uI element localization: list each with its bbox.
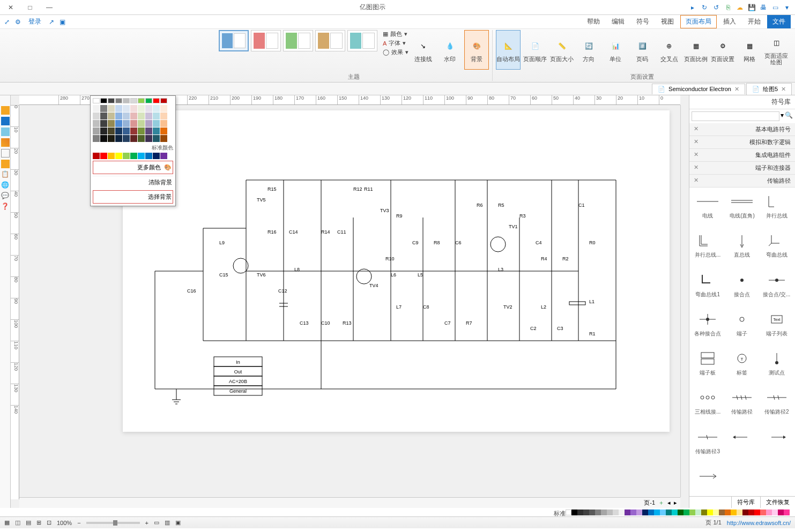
lib-item[interactable]: 传输路径2 [761, 386, 793, 423]
menu-help[interactable]: 帮助 [582, 15, 605, 28]
lib-item[interactable]: 直总线 [726, 229, 758, 266]
page-tab[interactable]: 页-1 [644, 499, 655, 507]
page-tab-nav-icon[interactable]: ▸ [674, 499, 677, 506]
tool-icon[interactable]: 📋 [1, 170, 10, 179]
status-guides-icon[interactable]: ⊡ [47, 519, 51, 526]
page-setup-button[interactable]: ⚙页面设置 [710, 30, 735, 70]
tool-icon[interactable]: 💬 [1, 192, 10, 200]
zoom-out-icon[interactable]: − [77, 520, 80, 526]
lib-item[interactable]: 电线(直角) [726, 190, 758, 227]
theme-preset[interactable] [219, 30, 249, 51]
menu-insert[interactable]: 插入 [718, 15, 741, 28]
vertical-scrollbar[interactable] [680, 105, 689, 497]
lib-item[interactable] [761, 425, 793, 462]
menu-start[interactable]: 开始 [742, 15, 766, 28]
theme-effects-opt[interactable]: ◯效果▾ [383, 48, 408, 56]
library-search-input[interactable] [692, 111, 779, 121]
cloud-icon[interactable]: ☁ [735, 3, 745, 12]
window-minimize-button[interactable]: — [42, 2, 57, 13]
lib-item[interactable]: 并行总线 [761, 190, 793, 227]
lib-item[interactable]: 三相线接... [692, 386, 724, 423]
qat-chevron-icon[interactable]: ▾ [782, 3, 792, 12]
theme-preset[interactable] [347, 30, 377, 51]
lib-item[interactable]: 接合点/交... [761, 268, 793, 305]
zoom-slider[interactable] [86, 522, 140, 524]
menu-file[interactable]: 文件 [767, 15, 791, 28]
status-units-icon[interactable]: ⊞ [36, 519, 41, 526]
library-category[interactable]: 基本电路符号✕ [689, 123, 795, 136]
lib-item[interactable] [692, 464, 724, 494]
cross-point-button[interactable]: ⊕交叉点 [657, 30, 681, 70]
qat-icon[interactable]: ▸ [688, 3, 697, 12]
login-link[interactable]: 登录 [26, 16, 43, 27]
tool-icon[interactable] [1, 117, 10, 125]
window-maximize-button[interactable]: □ [23, 2, 38, 13]
connector-button[interactable]: ↘连接线 [411, 30, 435, 70]
watermark-button[interactable]: 💧水印 [437, 30, 462, 70]
unit-button[interactable]: 📊单位 [603, 30, 628, 70]
close-tab-icon[interactable]: ✕ [734, 86, 739, 93]
lib-item[interactable]: 弯曲总线 [761, 229, 793, 266]
lib-item[interactable]: 各种接合点 [692, 308, 724, 344]
share-icon[interactable]: ↗ [49, 18, 54, 26]
settings-gear-icon[interactable]: ⚙ [15, 18, 21, 26]
doc-tab[interactable]: 📄Semiconductor Electron✕ [652, 84, 745, 94]
page-size-button[interactable]: 📏页面大小 [549, 30, 574, 70]
auto-layout-button[interactable]: 📐自动布局 [496, 30, 521, 70]
lib-item[interactable]: Text端子列表 [761, 308, 793, 344]
qat-icon[interactable]: ⎘ [723, 3, 733, 12]
preview-icon[interactable]: ▭ [770, 3, 780, 12]
lib-item[interactable]: 传输路径 [726, 386, 758, 423]
view-mode-icon[interactable]: ▣ [175, 519, 181, 526]
image-icon[interactable]: ▣ [60, 18, 65, 26]
page-margin-button[interactable]: ▦页面比例 [683, 30, 708, 70]
status-url[interactable]: http://www.edrawsoft.cn/ [727, 520, 791, 526]
tool-icon[interactable] [1, 106, 10, 115]
expand-icon[interactable]: ⤢ [4, 18, 10, 26]
zoom-in-icon[interactable]: + [145, 520, 148, 526]
redo-icon[interactable]: ↻ [700, 3, 709, 12]
tool-icon[interactable] [1, 160, 10, 168]
search-dropdown-icon[interactable]: ▾ [781, 111, 784, 121]
save-icon[interactable]: 💾 [747, 3, 756, 12]
menu-edit[interactable]: 编辑 [606, 15, 630, 28]
drawing-page[interactable]: In Out AC+20B General L1R1R0 C3C2TV2 R7C… [123, 110, 670, 432]
library-category[interactable]: 集成电路组件✕ [689, 149, 795, 162]
library-category[interactable]: 模拟和数字逻辑✕ [689, 136, 795, 149]
tool-icon[interactable] [1, 128, 10, 136]
lib-item[interactable]: 传输路径3 [692, 425, 724, 462]
library-category[interactable]: 传输路径✕ [689, 175, 795, 188]
tool-icon[interactable]: 🌐 [1, 181, 10, 190]
tool-icon[interactable]: ❓ [1, 203, 10, 211]
page-order-button[interactable]: 📄页面顺序 [523, 30, 547, 70]
tool-icon[interactable] [1, 138, 10, 147]
print-icon[interactable]: 🖶 [759, 3, 768, 12]
lib-item[interactable]: 并行总线... [692, 229, 724, 266]
undo-icon[interactable]: ↺ [711, 3, 721, 12]
lib-item[interactable]: T标签 [726, 347, 758, 384]
view-mode-icon[interactable]: ▥ [165, 519, 170, 526]
status-ruler-icon[interactable]: ▤ [26, 519, 31, 526]
lib-item[interactable]: 电线 [692, 190, 724, 227]
choose-background-link[interactable]: 选择背景 [93, 190, 173, 204]
background-button[interactable]: 🎨背景 [464, 30, 489, 70]
lib-tab[interactable]: 文件恢复 [760, 497, 795, 508]
menu-view[interactable]: 视图 [656, 15, 679, 28]
lib-item[interactable] [726, 425, 758, 462]
search-icon[interactable]: 🔍 [785, 111, 793, 121]
lib-item[interactable]: 端子 [726, 308, 758, 344]
window-close-button[interactable]: ✕ [3, 2, 18, 13]
close-tab-icon[interactable]: ✕ [781, 86, 786, 93]
lib-item[interactable]: 测试点 [761, 347, 793, 384]
theme-fonts-opt[interactable]: A字体▾ [383, 39, 408, 47]
lib-item[interactable]: 接合点 [726, 268, 758, 305]
theme-preset[interactable] [251, 30, 281, 51]
theme-colors-opt[interactable]: ▦颜色▾ [383, 30, 408, 38]
status-snap-icon[interactable]: ◫ [15, 519, 20, 526]
snap-align-button[interactable]: ◫页面适应绘图 [764, 30, 789, 70]
tool-icon[interactable] [1, 149, 10, 158]
theme-preset[interactable] [315, 30, 345, 51]
lib-item[interactable]: 端子板 [692, 347, 724, 384]
lib-tab[interactable]: 符号库 [731, 497, 760, 508]
doc-tab[interactable]: 📄绘图5✕ [746, 83, 792, 95]
